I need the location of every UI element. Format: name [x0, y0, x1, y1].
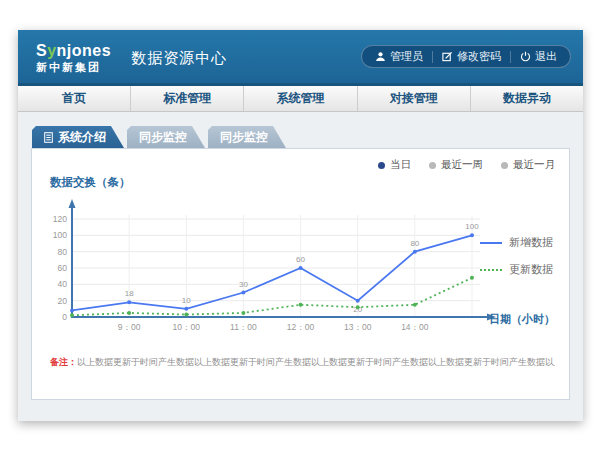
- user-toolbar: 管理员 修改密码 退出: [361, 45, 571, 68]
- svg-text:30: 30: [239, 280, 248, 289]
- filter-today[interactable]: 当日: [378, 158, 411, 172]
- screenshot-stage: Synjones 新中新集团 数据资源中心 管理员 修改密码 退出: [0, 0, 600, 450]
- nav-item-system-mgmt[interactable]: 系统管理: [244, 86, 357, 111]
- y-axis-title: 数据交换（条）: [50, 175, 131, 190]
- radio-dot-icon: [378, 162, 385, 169]
- legend-update-data[interactable]: 更新数据: [480, 262, 553, 277]
- svg-text:80: 80: [410, 239, 419, 248]
- svg-text:10: 10: [182, 296, 191, 305]
- brand-subtitle: 新中新集团: [36, 62, 111, 73]
- chart-legend: 新增数据 更新数据: [480, 235, 553, 277]
- content-area: 系统介绍 同步监控 同步监控 当日 最近一周: [18, 112, 583, 421]
- footnote-prefix: 备注：: [50, 357, 77, 367]
- edit-icon: [442, 51, 453, 62]
- nav-item-standard-mgmt[interactable]: 标准管理: [131, 86, 244, 111]
- svg-text:0: 0: [62, 312, 67, 322]
- power-icon: [520, 51, 531, 62]
- change-password-button[interactable]: 修改密码: [433, 46, 510, 67]
- svg-text:12：00: 12：00: [287, 322, 315, 332]
- legend-label: 新增数据: [509, 235, 553, 250]
- svg-text:18: 18: [125, 289, 134, 298]
- filter-label: 最近一周: [441, 158, 483, 172]
- footnote: 备注：以上数据更新于时间产生数据以上数据更新于时间产生数据以上数据更新于时间产生…: [50, 356, 555, 369]
- footnote-text: 以上数据更新于时间产生数据以上数据更新于时间产生数据以上数据更新于时间产生数据以…: [77, 357, 555, 367]
- tab-sync-monitor-1[interactable]: 同步监控: [127, 126, 205, 148]
- page-title: 数据资源中心: [131, 49, 227, 68]
- svg-text:20: 20: [58, 296, 68, 306]
- line-sample-icon: [480, 269, 502, 271]
- line-sample-icon: [480, 242, 502, 244]
- chart-panel: 当日 最近一周 最近一月 数据交换（条） 0204060801001209：00…: [31, 148, 570, 400]
- svg-text:9：00: 9：00: [118, 322, 141, 332]
- svg-text:14：00: 14：00: [401, 322, 429, 332]
- range-filter-group: 当日 最近一周 最近一月: [378, 158, 555, 172]
- svg-text:13：00: 13：00: [344, 322, 372, 332]
- user-menu-button[interactable]: 管理员: [366, 46, 432, 67]
- user-label: 管理员: [390, 49, 423, 64]
- filter-label: 最近一月: [513, 158, 555, 172]
- main-nav: 首页 标准管理 系统管理 对接管理 数据异动: [18, 86, 583, 112]
- svg-text:120: 120: [53, 214, 67, 224]
- svg-text:11：00: 11：00: [230, 322, 257, 332]
- change-password-label: 修改密码: [457, 49, 501, 64]
- svg-text:60: 60: [296, 255, 305, 264]
- user-icon: [375, 51, 386, 62]
- filter-last-month[interactable]: 最近一月: [501, 158, 555, 172]
- tab-system-intro[interactable]: 系统介绍: [32, 126, 124, 148]
- svg-text:10：00: 10：00: [173, 322, 201, 332]
- document-icon: [44, 132, 53, 143]
- logout-button[interactable]: 退出: [511, 46, 566, 67]
- radio-dot-icon: [429, 162, 436, 169]
- radio-dot-icon: [501, 162, 508, 169]
- svg-text:60: 60: [58, 263, 68, 273]
- tab-label: 同步监控: [220, 126, 268, 148]
- nav-item-data-change[interactable]: 数据异动: [471, 86, 583, 111]
- legend-label: 更新数据: [509, 262, 553, 277]
- svg-text:100: 100: [53, 230, 67, 240]
- legend-new-data[interactable]: 新增数据: [480, 235, 553, 250]
- logout-label: 退出: [535, 49, 557, 64]
- tab-bar: 系统介绍 同步监控 同步监控: [32, 126, 570, 148]
- tab-label: 系统介绍: [58, 126, 106, 148]
- x-axis-title: 日期（小时）: [489, 312, 555, 327]
- nav-item-integration-mgmt[interactable]: 对接管理: [358, 86, 471, 111]
- tab-sync-monitor-2[interactable]: 同步监控: [208, 126, 286, 148]
- svg-text:80: 80: [58, 247, 68, 257]
- svg-text:40: 40: [58, 279, 68, 289]
- brand-accent-letter: y: [47, 42, 56, 59]
- brand-logo: Synjones 新中新集团: [36, 43, 111, 73]
- filter-last-week[interactable]: 最近一周: [429, 158, 483, 172]
- brand-name: Synjones: [36, 43, 111, 59]
- tab-label: 同步监控: [139, 126, 187, 148]
- app-window: Synjones 新中新集团 数据资源中心 管理员 修改密码 退出: [18, 30, 583, 421]
- filter-label: 当日: [390, 158, 411, 172]
- svg-text:100: 100: [465, 222, 479, 231]
- app-header: Synjones 新中新集团 数据资源中心 管理员 修改密码 退出: [18, 30, 583, 86]
- nav-item-home[interactable]: 首页: [18, 86, 131, 111]
- line-chart: 0204060801001209：0010：0011：0012：0013：001…: [42, 193, 508, 345]
